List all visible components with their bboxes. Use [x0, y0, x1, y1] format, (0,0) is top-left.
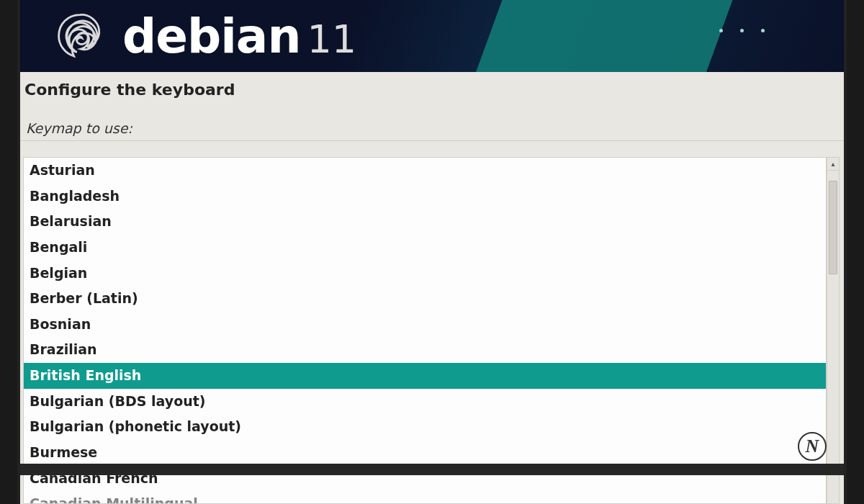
keymap-list[interactable]: AsturianBangladeshBelarusianBengaliBelgi…	[23, 157, 827, 504]
list-item[interactable]: Bangladesh	[24, 184, 826, 210]
list-item[interactable]: Bulgarian (BDS layout)	[24, 389, 826, 415]
installer-banner: debian 11	[20, 0, 844, 72]
scroll-thumb[interactable]	[829, 181, 837, 274]
list-item[interactable]: Canadian Multilingual	[24, 491, 826, 504]
banner-decoration-icon	[719, 29, 765, 32]
list-item[interactable]: Belarusian	[24, 209, 826, 235]
list-item[interactable]: Brazilian	[24, 337, 826, 363]
scroll-up-icon[interactable]: ▴	[827, 158, 839, 171]
list-item[interactable]: Burmese	[24, 440, 826, 466]
list-item[interactable]: Asturian	[24, 158, 826, 184]
list-item[interactable]: Bulgarian (phonetic layout)	[24, 414, 826, 440]
watermark-icon: N	[798, 432, 827, 461]
list-item[interactable]: Bosnian	[24, 312, 826, 338]
debian-logo: debian 11	[55, 9, 356, 64]
scrollbar[interactable]: ▴	[827, 157, 840, 504]
distro-version: 11	[307, 17, 357, 62]
distro-name: debian	[122, 9, 300, 64]
list-item[interactable]: British English	[24, 363, 826, 389]
debian-swirl-icon	[55, 11, 105, 61]
installer-dialog: Configure the keyboard Keymap to use: As…	[20, 72, 844, 504]
dialog-title: Configure the keyboard	[20, 72, 844, 116]
list-item[interactable]: Belgian	[24, 261, 826, 287]
keymap-prompt: Keymap to use:	[20, 116, 844, 141]
list-item[interactable]: Berber (Latin)	[24, 286, 826, 312]
list-item[interactable]: Bengali	[24, 235, 826, 261]
frame-lower-bar	[20, 464, 844, 475]
